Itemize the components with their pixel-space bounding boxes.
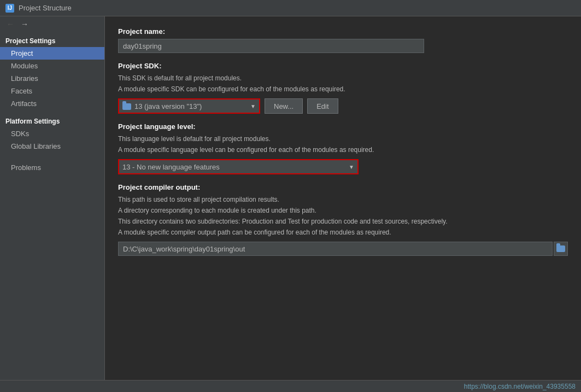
language-level-dropdown[interactable]: 13 - No new language features ▼ bbox=[118, 159, 359, 174]
sidebar-item-sdks[interactable]: SDKs bbox=[0, 127, 104, 140]
compiler-output-folder-button[interactable] bbox=[554, 242, 568, 256]
project-sdk-label: Project SDK: bbox=[118, 62, 568, 70]
project-name-section: Project name: bbox=[118, 27, 568, 62]
language-level-arrow-icon: ▼ bbox=[349, 164, 354, 170]
forward-arrow[interactable]: → bbox=[19, 19, 31, 30]
new-sdk-button[interactable]: New... bbox=[265, 98, 303, 114]
sidebar-item-modules[interactable]: Modules bbox=[0, 60, 104, 72]
title-bar: IJ Project Structure bbox=[0, 0, 581, 16]
sidebar-item-project[interactable]: Project bbox=[0, 47, 104, 60]
project-language-level-section: Project language level: This language le… bbox=[118, 122, 568, 174]
project-compiler-output-label: Project compiler output: bbox=[118, 183, 568, 191]
sidebar-item-global-libraries[interactable]: Global Libraries bbox=[0, 140, 104, 153]
sidebar-item-problems[interactable]: Problems bbox=[0, 161, 104, 174]
main-layout: ← → Project Settings Project Modules Lib… bbox=[0, 16, 581, 380]
compiler-output-input[interactable] bbox=[118, 242, 553, 256]
project-name-input[interactable] bbox=[118, 39, 424, 53]
project-sdk-desc1: This SDK is default for all project modu… bbox=[118, 73, 568, 83]
compiler-output-desc2: A directory corresponding to each module… bbox=[118, 206, 568, 215]
sidebar: ← → Project Settings Project Modules Lib… bbox=[0, 16, 105, 380]
back-arrow[interactable]: ← bbox=[4, 19, 16, 30]
sdk-row: 13 (java version "13") ▼ New... Edit bbox=[118, 98, 568, 114]
folder-open-icon bbox=[556, 245, 565, 252]
content-area: Project name: Project SDK: This SDK is d… bbox=[105, 16, 581, 380]
status-bar-link[interactable]: https://blog.csdn.net/weixin_43935558 bbox=[464, 383, 576, 390]
nav-arrows: ← → bbox=[0, 16, 104, 34]
edit-sdk-button[interactable]: Edit bbox=[307, 98, 338, 114]
project-name-label: Project name: bbox=[118, 27, 568, 36]
sidebar-item-libraries[interactable]: Libraries bbox=[0, 72, 104, 85]
language-level-desc2: A module specific language level can be … bbox=[118, 145, 568, 155]
project-language-level-label: Project language level: bbox=[118, 122, 568, 131]
project-compiler-output-section: Project compiler output: This path is us… bbox=[118, 183, 568, 256]
compiler-output-row bbox=[118, 242, 568, 256]
window-title: Project Structure bbox=[19, 4, 72, 12]
language-level-value: 13 - No new language features bbox=[122, 163, 349, 171]
platform-settings-label: Platform Settings bbox=[0, 114, 104, 127]
app-icon: IJ bbox=[5, 4, 14, 13]
project-sdk-desc2: A module specific SDK can be configured … bbox=[118, 84, 568, 94]
compiler-output-desc4: A module specific compiler output path c… bbox=[118, 227, 568, 237]
project-settings-label: Project Settings bbox=[0, 34, 104, 47]
compiler-output-desc3: This directory contains two subdirectori… bbox=[118, 217, 568, 226]
sidebar-item-facets[interactable]: Facets bbox=[0, 85, 104, 97]
sdk-value: 13 (java version "13") bbox=[134, 102, 248, 110]
status-bar: https://blog.csdn.net/weixin_43935558 bbox=[0, 380, 581, 392]
folder-icon bbox=[122, 102, 131, 110]
language-level-desc1: This language level is default for all p… bbox=[118, 134, 568, 144]
sidebar-item-artifacts[interactable]: Artifacts bbox=[0, 97, 104, 110]
sdk-dropdown-arrow-icon: ▼ bbox=[250, 103, 256, 109]
project-sdk-section: Project SDK: This SDK is default for all… bbox=[118, 62, 568, 114]
compiler-output-desc1: This path is used to store all project c… bbox=[118, 195, 568, 204]
sdk-dropdown[interactable]: 13 (java version "13") ▼ bbox=[118, 98, 260, 114]
